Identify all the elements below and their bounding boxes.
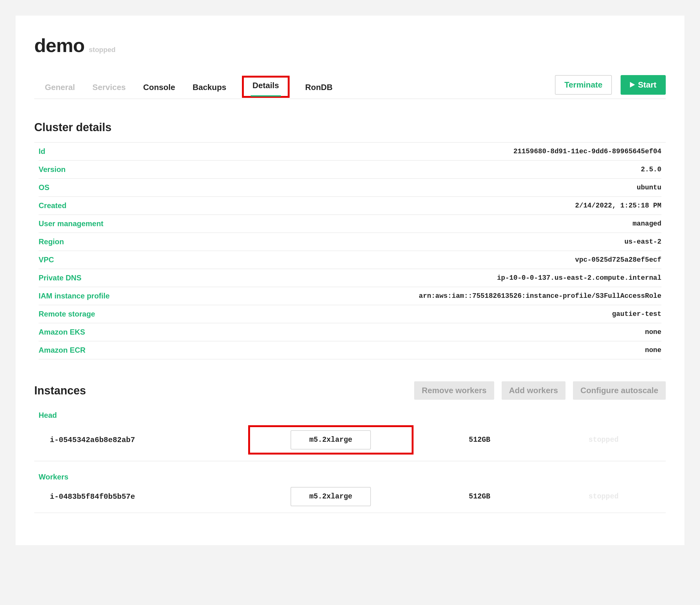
svg-marker-0 — [630, 82, 635, 88]
instance-size: 512GB — [414, 436, 546, 444]
instance-group-label: Workers — [34, 468, 666, 484]
tab-console[interactable]: Console — [141, 80, 177, 98]
detail-row: Created2/14/2022, 1:25:18 PM — [39, 197, 661, 215]
detail-key: VPC — [39, 256, 54, 264]
detail-row: Regionus-east-2 — [39, 233, 661, 251]
detail-value: none — [645, 346, 661, 354]
detail-value: managed — [633, 220, 661, 228]
start-button-label: Start — [638, 80, 656, 90]
detail-row: Remote storagegautier-test — [39, 305, 661, 323]
instance-type-wrap: m5.2xlarge — [248, 487, 414, 506]
detail-row: Id21159680-8d91-11ec-9dd6-89965645ef04 — [39, 143, 661, 161]
detail-row: Amazon ECRnone — [39, 341, 661, 360]
detail-value: arn:aws:iam::755182613526:instance-profi… — [419, 292, 661, 300]
detail-value: 21159680-8d91-11ec-9dd6-89965645ef04 — [514, 148, 661, 155]
start-button[interactable]: Start — [621, 75, 666, 95]
tab-general: General — [43, 80, 77, 98]
detail-row: VPCvpc-0525d725a28ef5ecf — [39, 251, 661, 269]
detail-row: OSubuntu — [39, 179, 661, 197]
detail-key: Id — [39, 147, 45, 156]
cluster-title: demo — [34, 34, 84, 56]
play-icon — [630, 80, 635, 90]
detail-row: Amazon EKSnone — [39, 323, 661, 341]
detail-value: ip-10-0-0-137.us-east-2.compute.internal — [497, 274, 661, 282]
instances-header: Instances Remove workers Add workers Con… — [34, 381, 666, 400]
tab-highlight: Details — [242, 76, 290, 98]
instance-id: i-0545342a6b8e82ab7 — [50, 436, 248, 444]
cluster-details-title: Cluster details — [34, 121, 666, 134]
detail-value: 2/14/2022, 1:25:18 PM — [575, 202, 661, 210]
tab-services: Services — [91, 80, 128, 98]
tab-backups[interactable]: Backups — [191, 80, 228, 98]
detail-key: Created — [39, 201, 66, 210]
detail-value: ubuntu — [637, 184, 661, 192]
instance-status: stopped — [546, 436, 661, 444]
tablist: GeneralServicesConsoleBackupsDetailsRonD… — [34, 76, 334, 98]
remove-workers-button[interactable]: Remove workers — [414, 381, 494, 400]
detail-key: Private DNS — [39, 273, 81, 282]
detail-value: 2.5.0 — [641, 166, 661, 173]
cluster-card: demo stopped GeneralServicesConsoleBacku… — [16, 16, 684, 545]
detail-key: Remote storage — [39, 310, 95, 318]
detail-value: us-east-2 — [624, 238, 661, 246]
detail-value: none — [645, 329, 661, 336]
terminate-button[interactable]: Terminate — [555, 75, 611, 95]
detail-row: Version2.5.0 — [39, 161, 661, 179]
tab-rondb[interactable]: RonDB — [303, 80, 334, 98]
add-workers-button[interactable]: Add workers — [502, 381, 566, 400]
detail-key: Amazon EKS — [39, 328, 85, 336]
instance-group-label: Head — [34, 406, 666, 422]
instance-row: i-0483b5f84f0b5b57em5.2xlarge512GBstoppe… — [34, 484, 666, 513]
instance-row: i-0545342a6b8e82ab7m5.2xlarge512GBstoppe… — [34, 422, 666, 461]
detail-row: User managementmanaged — [39, 215, 661, 233]
detail-value: gautier-test — [612, 310, 661, 318]
tabbar-row: GeneralServicesConsoleBackupsDetailsRonD… — [34, 75, 666, 99]
instance-groups: Headi-0545342a6b8e82ab7m5.2xlarge512GBst… — [34, 406, 666, 513]
header-actions: Terminate Start — [555, 75, 666, 98]
configure-autoscale-button[interactable]: Configure autoscale — [573, 381, 666, 400]
instance-type[interactable]: m5.2xlarge — [291, 430, 371, 450]
detail-row: Private DNSip-10-0-0-137.us-east-2.compu… — [39, 269, 661, 287]
title-row: demo stopped — [34, 34, 666, 56]
detail-key: IAM instance profile — [39, 292, 109, 300]
instance-id: i-0483b5f84f0b5b57e — [50, 492, 248, 501]
cluster-status: stopped — [89, 46, 116, 54]
detail-key: Region — [39, 237, 64, 246]
cluster-details-list: Id21159680-8d91-11ec-9dd6-89965645ef04Ve… — [34, 142, 666, 360]
instance-size: 512GB — [414, 492, 546, 501]
terminate-button-label: Terminate — [564, 80, 602, 90]
instance-type-highlight: m5.2xlarge — [248, 425, 414, 455]
detail-value: vpc-0525d725a28ef5ecf — [575, 256, 661, 264]
detail-row: IAM instance profilearn:aws:iam::7551826… — [39, 287, 661, 305]
detail-key: User management — [39, 219, 103, 228]
instances-actions: Remove workers Add workers Configure aut… — [414, 381, 666, 400]
detail-key: Version — [39, 165, 66, 174]
detail-key: OS — [39, 183, 50, 192]
tab-details[interactable]: Details — [251, 78, 281, 96]
detail-key: Amazon ECR — [39, 346, 85, 355]
instance-type[interactable]: m5.2xlarge — [291, 487, 371, 506]
instances-title: Instances — [34, 384, 86, 397]
instance-status: stopped — [546, 492, 661, 501]
